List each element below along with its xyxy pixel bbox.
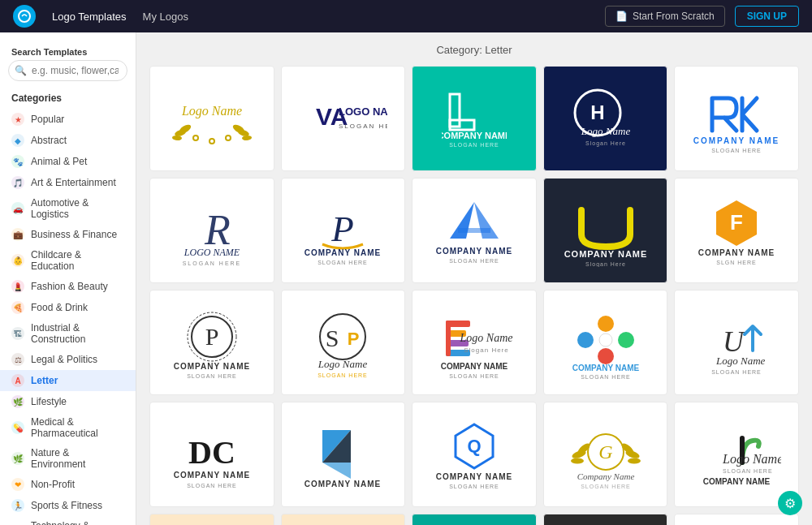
sidebar: Search Templates 🔍 Categories ★Popular◆A…	[0, 32, 136, 525]
svg-text:SLOGAN HERE: SLOGAN HERE	[711, 369, 762, 375]
category-icon: ❤	[11, 478, 24, 491]
category-icon: ⚖	[11, 353, 24, 366]
svg-text:P: P	[331, 209, 355, 249]
main-content: Category: Letter Logo Name	[136, 32, 812, 525]
sidebar-item-automotivelogistics[interactable]: 🚗Automotive & Logistics	[0, 193, 136, 224]
categories-title: Categories	[0, 89, 136, 109]
logo-card-p2[interactable]	[281, 514, 406, 525]
logo-card-p5[interactable]	[674, 514, 799, 525]
logo-card-11[interactable]: P COMPANY NAME SLOGAN HERE	[149, 290, 274, 395]
logo-card-4[interactable]: H Logo Name Slogan Here	[543, 66, 668, 171]
logo-card-p4[interactable]	[543, 514, 668, 525]
sidebar-item-sportsfitness[interactable]: 🏃Sports & Fitness	[0, 495, 136, 516]
logo-card-7[interactable]: P COMPANY NAME SLOGAN HERE	[281, 178, 406, 283]
sidebar-item-fooddrink[interactable]: 🍕Food & Drink	[0, 297, 136, 318]
sidebar-item-fashionbeauty[interactable]: 💄Fashion & Beauty	[0, 276, 136, 297]
svg-text:COMPANY NAME: COMPANY NAME	[174, 471, 250, 480]
sidebar-item-lifestyle[interactable]: 🌿Lifestyle	[0, 391, 136, 412]
sidebar-item-letter[interactable]: ALetter	[0, 370, 136, 391]
category-icon: 💊	[11, 421, 24, 434]
sidebar-item-natureenvironment[interactable]: 🌿Nature & Environment	[0, 443, 136, 474]
sidebar-item-medicalpharmaceutical[interactable]: 💊Medical & Pharmaceutical	[0, 412, 136, 443]
logo-card-18[interactable]: Q COMPANY NAME SLOGAN HERE	[412, 402, 537, 507]
sidebar-item-legalpolitics[interactable]: ⚖Legal & Politics	[0, 349, 136, 370]
svg-point-0	[19, 11, 30, 22]
category-icon: 🏃	[11, 499, 24, 512]
nav-logo-templates[interactable]: Logo Templates	[52, 11, 127, 23]
svg-text:P: P	[348, 329, 360, 349]
svg-point-65	[618, 332, 634, 348]
logo-card-19[interactable]: G Company Name SLOGAN HERE	[543, 402, 668, 507]
sidebar-item-businessfinance[interactable]: 💼Business & Finance	[0, 224, 136, 245]
svg-marker-78	[322, 463, 351, 479]
sidebar-item-industrialconstruction[interactable]: 🏗Industrial & Construction	[0, 318, 136, 349]
settings-button[interactable]: ⚙	[778, 491, 802, 515]
logo-card-5[interactable]: COMPANY NAME SLOGAN HERE	[674, 66, 799, 171]
svg-text:SLOGAN HERE: SLOGAN HERE	[711, 148, 762, 153]
header-right: 📄 Start From Scratch SIGN UP	[605, 6, 799, 27]
logo-card-8[interactable]: COMPANY NAME SLOGAN HERE	[412, 178, 537, 283]
svg-text:Slogan Here: Slogan Here	[464, 346, 508, 354]
svg-text:Logo Name: Logo Name	[460, 332, 513, 344]
svg-point-89	[628, 458, 641, 464]
svg-text:SLOGAN HERE: SLOGAN HERE	[339, 123, 387, 130]
logo-card-p1[interactable]	[149, 514, 274, 525]
svg-text:COMPANY NAME: COMPANY NAME	[698, 248, 775, 257]
category-icon: 💄	[11, 280, 24, 293]
category-icon: 🚗	[11, 202, 24, 215]
logo-card-3[interactable]: COMPANY NAME SLOGAN HERE	[412, 66, 537, 171]
svg-text:SLOGAN HERE: SLOGAN HERE	[581, 484, 631, 489]
svg-marker-34	[474, 202, 499, 239]
logo-card-20[interactable]: Logo Name SLOGAN HERE COMPANY NAME	[674, 402, 799, 507]
logo-card-10[interactable]: F COMPANY NAME SLGN HERE	[674, 178, 799, 283]
logo-card-15[interactable]: U Logo Name SLOGAN HERE	[674, 290, 799, 395]
nav-my-logos[interactable]: My Logos	[143, 11, 188, 23]
sidebar-item-technologycommunication[interactable]: 📡Technology & Communication	[0, 516, 136, 525]
svg-text:COMPANY NAME: COMPANY NAME	[304, 248, 381, 257]
start-from-scratch-button[interactable]: 📄 Start From Scratch	[605, 6, 725, 27]
logo-card-14[interactable]: COMPANY NAME SLOGAN HERE	[543, 290, 668, 395]
svg-text:SLOGAN HERE: SLOGAN HERE	[449, 484, 499, 489]
svg-point-63	[598, 316, 614, 332]
app-logo	[13, 5, 36, 28]
signup-button[interactable]: SIGN UP	[735, 6, 799, 27]
svg-text:COMPANY NAME: COMPANY NAME	[436, 247, 512, 256]
svg-text:Slogan Here: Slogan Here	[585, 261, 626, 267]
svg-text:SLOGAN HERE: SLOGAN HERE	[449, 142, 499, 147]
svg-text:COMPANY NAME: COMPANY NAME	[174, 362, 250, 371]
logo-card-9[interactable]: COMPANY NAME Slogan Here	[543, 178, 668, 283]
logo-card-13[interactable]: Logo Name Slogan Here COMPANY NAME SLOGA…	[412, 290, 537, 395]
category-icon: ◆	[11, 134, 24, 147]
sidebar-item-artentertainment[interactable]: 🎵Art & Entertainment	[0, 172, 136, 193]
svg-text:SLOGAN HERE: SLOGAN HERE	[581, 374, 631, 379]
svg-rect-58	[446, 321, 451, 356]
categories-list: ★Popular◆Abstract🐾Animal & Pet🎵Art & Ent…	[0, 109, 136, 525]
category-icon: 👶	[11, 254, 24, 267]
sidebar-item-abstract[interactable]: ◆Abstract	[0, 130, 136, 151]
svg-marker-33	[450, 202, 474, 239]
document-icon: 📄	[615, 11, 628, 22]
logo-card-17[interactable]: COMPANY NAME	[281, 402, 406, 507]
svg-point-4	[172, 135, 182, 140]
svg-text:SLOGAN HERE: SLOGAN HERE	[187, 373, 237, 379]
svg-text:Company Name: Company Name	[577, 471, 634, 481]
svg-text:SLOGAN HERE: SLOGAN HERE	[449, 258, 499, 264]
logo-card-16[interactable]: DC COMPANY NAME SLOGAN HERE	[149, 402, 274, 507]
logo-card-p3[interactable]	[412, 514, 537, 525]
svg-text:SLOGAN HERE: SLOGAN HERE	[449, 373, 499, 379]
svg-point-12	[210, 140, 214, 143]
category-label: Category: Letter	[149, 44, 799, 56]
sidebar-item-childcareeducation[interactable]: 👶Childcare & Education	[0, 245, 136, 276]
logo-card-12[interactable]: S P Logo Name SLOGAN HERE	[281, 290, 406, 395]
sidebar-item-animalpet[interactable]: 🐾Animal & Pet	[0, 151, 136, 172]
sidebar-item-popular[interactable]: ★Popular	[0, 109, 136, 130]
svg-text:COMPANY NAME: COMPANY NAME	[693, 136, 780, 145]
svg-text:SLOGAN HERE: SLOGAN HERE	[723, 468, 773, 474]
logo-card-1[interactable]: Logo Name	[149, 66, 274, 171]
main-layout: Search Templates 🔍 Categories ★Popular◆A…	[0, 32, 812, 525]
svg-text:COMPANY NAME: COMPANY NAME	[564, 249, 647, 259]
logo-card-6[interactable]: R LOGO NAME SLOGAN HERE	[149, 178, 274, 283]
svg-text:H: H	[590, 101, 604, 123]
sidebar-item-nonprofit[interactable]: ❤Non-Profit	[0, 474, 136, 495]
logo-card-2[interactable]: VA LOGO NAME SLOGAN HERE	[281, 66, 406, 171]
